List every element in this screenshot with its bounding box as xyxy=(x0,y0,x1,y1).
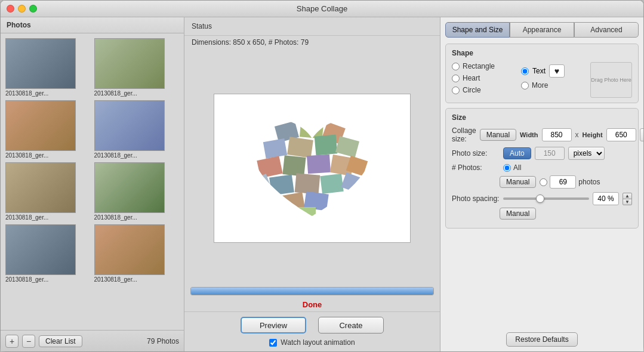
rectangle-option[interactable]: Rectangle xyxy=(452,62,515,70)
photo-size-label: Photo size: xyxy=(452,149,500,158)
heart-radio[interactable] xyxy=(452,75,460,82)
settings-panel: Shape and Size Appearance Advanced Shape xyxy=(440,17,643,351)
spacing-row: Photo spacing: ▲ ▼ xyxy=(452,192,632,205)
collage-preview xyxy=(241,106,384,231)
spacing-input[interactable] xyxy=(593,192,619,205)
heart-icon: ♥ xyxy=(554,66,559,76)
tab-appearance[interactable]: Appearance xyxy=(510,22,574,38)
status-label: Status xyxy=(192,22,212,30)
spacing-stepper[interactable]: ▲ ▼ xyxy=(623,193,632,205)
photo-thumbnail[interactable] xyxy=(5,100,76,151)
spacing-label: Photo spacing: xyxy=(452,194,500,203)
drag-photo-box[interactable]: Drag Photo Here xyxy=(590,62,632,98)
photo-thumbnail[interactable] xyxy=(5,162,76,213)
num-photos-label: # Photos: xyxy=(452,163,500,172)
circle-option[interactable]: Circle xyxy=(452,86,515,94)
photo-size-row: Photo size: Auto pixels xyxy=(452,147,632,160)
num-radio[interactable] xyxy=(540,178,547,186)
rectangle-label: Rectangle xyxy=(463,62,495,70)
stepper-down-button[interactable]: ▼ xyxy=(623,199,632,205)
list-item[interactable]: 20130818_ger... xyxy=(94,100,180,159)
svg-rect-9 xyxy=(307,154,331,174)
photo-size-input[interactable] xyxy=(535,147,565,160)
photo-label: 20130818_ger... xyxy=(5,276,76,283)
more-option[interactable]: More xyxy=(521,81,584,89)
spacing-manual-row: Manual xyxy=(452,208,632,220)
shape-section: Shape Rectangle Heart xyxy=(445,44,639,103)
manual-photos-row: Manual photos xyxy=(452,175,632,189)
bottom-actions: Preview Create Watch layout animation xyxy=(184,311,440,351)
list-item[interactable]: 20130818_ger... xyxy=(94,224,180,283)
text-radio[interactable] xyxy=(521,67,529,75)
remove-photo-button[interactable]: − xyxy=(22,335,35,348)
unit-select[interactable]: pixels xyxy=(640,128,643,141)
size-section: Size Collage size: Manual Width x Height… xyxy=(445,108,639,229)
photo-thumbnail[interactable] xyxy=(94,224,165,275)
close-button[interactable] xyxy=(7,5,14,13)
svg-rect-12 xyxy=(295,173,321,194)
photo-label: 20130818_ger... xyxy=(94,276,165,283)
slider-thumb[interactable] xyxy=(536,194,544,203)
photo-label: 20130818_ger... xyxy=(5,90,76,97)
photo-label: 20130818_ger... xyxy=(94,90,165,97)
height-input[interactable] xyxy=(606,128,636,141)
preview-button[interactable]: Preview xyxy=(241,317,306,334)
photo-thumbnail[interactable] xyxy=(94,100,165,151)
dimensions-bar: Dimensions: 850 x 650, # Photos: 79 xyxy=(184,36,440,51)
photo-thumbnail[interactable] xyxy=(94,162,165,213)
photo-auto-button[interactable]: Auto xyxy=(503,147,531,159)
photo-label: 20130818_ger... xyxy=(5,152,76,159)
all-radio[interactable] xyxy=(503,164,511,172)
spacing-slider[interactable] xyxy=(503,197,589,200)
photo-thumbnail[interactable] xyxy=(5,38,76,89)
add-photo-button[interactable]: + xyxy=(5,335,19,348)
all-option[interactable]: All xyxy=(503,163,521,172)
create-button[interactable]: Create xyxy=(318,317,384,334)
collage-size-label: Collage size: xyxy=(452,126,476,143)
photos-header: Photos xyxy=(1,17,184,33)
minimize-button[interactable] xyxy=(18,5,26,13)
tab-shape-size[interactable]: Shape and Size xyxy=(445,22,510,38)
more-radio[interactable] xyxy=(521,82,529,89)
text-option[interactable]: Text ♥ xyxy=(521,64,584,78)
heart-icon-box: ♥ xyxy=(549,64,565,78)
traffic-lights[interactable] xyxy=(7,5,37,13)
maximize-button[interactable] xyxy=(29,5,37,13)
preview-box xyxy=(214,94,411,243)
restore-defaults-button[interactable]: Restore Defaults xyxy=(506,332,577,347)
progress-bar xyxy=(190,287,434,295)
shape-header: Shape xyxy=(452,49,632,57)
circle-radio[interactable] xyxy=(452,87,460,94)
collage-manual-button[interactable]: Manual xyxy=(480,129,516,141)
heart-option[interactable]: Heart xyxy=(452,74,515,82)
photos-manual-button[interactable]: Manual xyxy=(500,176,536,188)
photo-label: 20130818_ger... xyxy=(5,214,76,221)
num-option[interactable]: photos xyxy=(540,175,600,189)
height-label: Height xyxy=(583,131,603,138)
width-input[interactable] xyxy=(542,128,572,141)
photo-thumbnail[interactable] xyxy=(94,38,165,89)
watch-animation-checkbox[interactable] xyxy=(269,339,277,347)
middle-panel: Status Dimensions: 850 x 650, # Photos: … xyxy=(184,17,440,351)
stepper-up-button[interactable]: ▲ xyxy=(623,193,632,199)
list-item[interactable]: 20130818_ger... xyxy=(5,162,91,221)
list-item[interactable]: 20130818_ger... xyxy=(5,100,91,159)
photo-unit-select[interactable]: pixels xyxy=(568,147,605,160)
svg-rect-19 xyxy=(251,174,271,193)
list-item[interactable]: 20130818_ger... xyxy=(5,224,91,283)
photos-count-input[interactable] xyxy=(550,175,576,189)
more-label: More xyxy=(532,81,548,89)
photo-thumbnail[interactable] xyxy=(5,224,76,275)
clear-list-button[interactable]: Clear List xyxy=(39,335,82,347)
spacing-manual-button[interactable]: Manual xyxy=(500,208,536,220)
tab-advanced[interactable]: Advanced xyxy=(574,22,639,38)
preview-area xyxy=(184,51,440,285)
action-buttons: Preview Create xyxy=(241,317,384,334)
rectangle-radio[interactable] xyxy=(452,63,460,70)
svg-rect-11 xyxy=(269,174,294,195)
list-item[interactable]: 20130818_ger... xyxy=(94,38,180,97)
status-bar: Status xyxy=(184,17,440,36)
list-item[interactable]: 20130818_ger... xyxy=(5,38,91,97)
svg-rect-13 xyxy=(320,173,343,193)
list-item[interactable]: 20130818_ger... xyxy=(94,162,180,221)
